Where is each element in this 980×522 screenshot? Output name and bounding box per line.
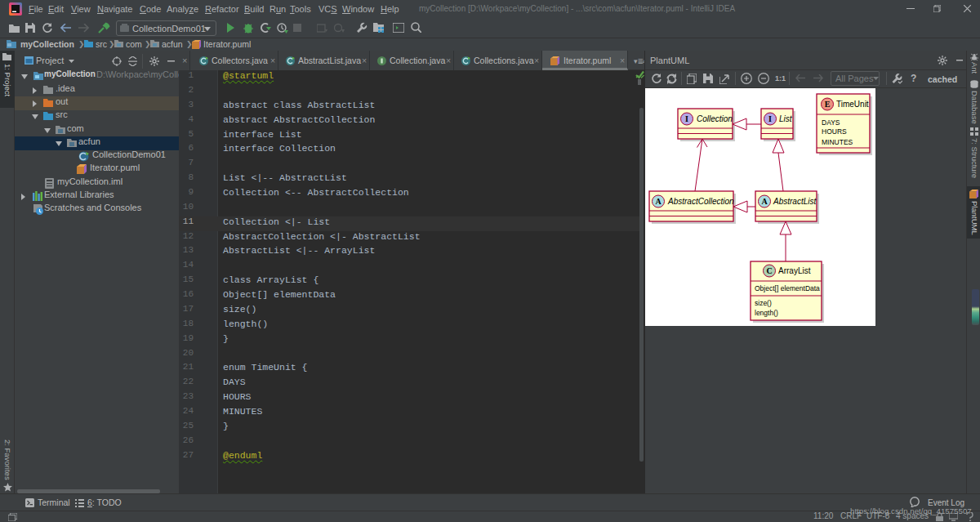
svg-text:AbstractList: AbstractList — [773, 197, 817, 206]
svg-text:E: E — [825, 100, 831, 109]
svg-text:List: List — [779, 114, 793, 123]
svg-text:DAYS: DAYS — [822, 118, 840, 127]
svg-text:C: C — [766, 266, 772, 275]
svg-text:MINUTES: MINUTES — [822, 138, 853, 146]
svg-text:length(): length() — [755, 309, 778, 317]
svg-text:size(): size() — [755, 299, 772, 307]
svg-text:ArrayList: ArrayList — [778, 266, 811, 275]
svg-text:TimeUnit: TimeUnit — [836, 100, 869, 109]
svg-text:A: A — [761, 197, 768, 206]
svg-text:I: I — [768, 114, 772, 123]
svg-text:Collection: Collection — [697, 114, 733, 123]
svg-text:HOURS: HOURS — [822, 127, 847, 136]
svg-text:Object[] elementData: Object[] elementData — [755, 284, 820, 292]
svg-text:A: A — [655, 197, 662, 206]
svg-text:AbstractCollection: AbstractCollection — [667, 197, 734, 206]
svg-text:I: I — [685, 114, 688, 123]
